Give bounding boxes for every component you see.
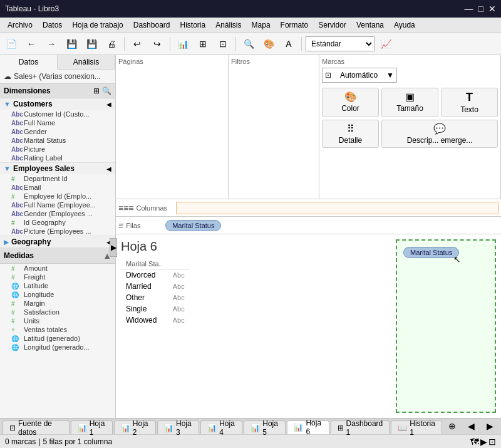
field-freight[interactable]: # Freight (0, 273, 115, 281)
menu-analisis[interactable]: Análisis (210, 19, 246, 31)
new-sheet-btn[interactable]: ⊕ (443, 418, 461, 434)
scroll-right-btn[interactable]: ▶ (481, 418, 498, 434)
search-icon[interactable]: 🔍 (102, 86, 111, 95)
detail-mark-btn[interactable]: ⠿ Detalle (322, 120, 379, 148)
map-icon[interactable]: 🗺 (470, 437, 479, 447)
data-tab[interactable]: Datos (0, 55, 58, 70)
menu-ventana[interactable]: Ventana (351, 19, 389, 31)
dimensiones-header[interactable]: Dimensiones ⊞ 🔍 (0, 84, 115, 98)
field-customerid[interactable]: Abc Customer Id (Custo... (0, 110, 115, 118)
redo-btn[interactable]: ↪ (148, 36, 166, 52)
field-latitud-gen[interactable]: 🌐 Latitud (generado) (0, 334, 115, 343)
table-btn[interactable]: ⊞ (194, 36, 212, 52)
marks-dropdown[interactable]: ⊡ Automático ▼ (322, 68, 397, 83)
field-ratinglabel[interactable]: Abc Rating Label (0, 154, 115, 162)
marital-status-pill[interactable]: Marital Status (165, 220, 221, 231)
fullscreen-icon[interactable]: ⊡ (488, 437, 496, 447)
field-ventas[interactable]: + Ventas totales (0, 325, 115, 334)
filter-btn[interactable]: ⊡ (214, 36, 232, 52)
customers-header[interactable]: ▼ Customers ◀ (0, 98, 115, 110)
chevron-down-icon: ▼ (386, 71, 394, 80)
menu-dashboard[interactable]: Dashboard (128, 19, 175, 31)
menu-ayuda[interactable]: Ayuda (389, 19, 420, 31)
back-btn[interactable]: ← (23, 36, 40, 52)
field-type-hash: # (11, 175, 24, 182)
print-btn[interactable]: 🖨 (103, 36, 120, 52)
undo-btn[interactable]: ↩ (128, 36, 146, 52)
field-type-hash: # (11, 300, 24, 307)
field-picture[interactable]: Abc Picture (0, 145, 115, 154)
row-value-single: Abc (168, 303, 190, 315)
view-select[interactable]: Estándar (306, 36, 374, 51)
hoja3-tab[interactable]: 📊 Hoja 3 (157, 420, 199, 434)
dashboard1-tab[interactable]: ⊞ Dashboard 1 (331, 420, 390, 434)
row-label-other: Other (121, 292, 168, 303)
hoja4-tab[interactable]: 📊 Hoja 4 (200, 420, 242, 434)
stats-btn[interactable]: 📈 (377, 36, 395, 52)
datasource-tab[interactable]: ⊡ Fuente de datos (3, 420, 70, 434)
color-mark-btn[interactable]: 🎨 Color (322, 88, 379, 117)
menu-hoja[interactable]: Hoja de trabajo (67, 19, 128, 31)
save2-btn[interactable]: 💾 (83, 36, 100, 52)
field-empgender[interactable]: Abc Gender (Employees ... (0, 209, 115, 218)
customers-expand[interactable]: ◀ (106, 101, 111, 108)
menu-historia[interactable]: Historia (175, 19, 210, 31)
menu-datos[interactable]: Datos (38, 19, 67, 31)
hoja5-tab[interactable]: 📊 Hoja 5 (244, 420, 286, 434)
field-fullname[interactable]: Abc Full Name (0, 118, 115, 127)
menu-formato[interactable]: Formato (276, 19, 314, 31)
save-btn[interactable]: 💾 (63, 36, 80, 52)
highlight-btn[interactable]: 🔍 (240, 36, 257, 52)
text-mark-btn[interactable]: T Texto (441, 88, 498, 117)
minimize-btn[interactable]: — (465, 4, 473, 14)
data-source[interactable]: ☁ Sales+ (Varias conexion... (0, 70, 115, 84)
size-mark-btn[interactable]: ▣ Tamaño (381, 88, 438, 117)
field-idgeo[interactable]: # Id Geography (0, 218, 115, 227)
menu-archivo[interactable]: Archivo (3, 19, 38, 31)
window-controls: — □ ✕ (465, 4, 496, 14)
field-longitud-gen[interactable]: 🌐 Longitud (generado... (0, 343, 115, 352)
field-type-hash: # (11, 318, 24, 325)
row-label-divorced: Divorced (121, 269, 168, 281)
historia1-tab[interactable]: 📖 Historia 1 (391, 420, 442, 434)
label-btn[interactable]: A (280, 36, 297, 52)
present-icon[interactable]: ▶ (480, 437, 487, 447)
field-longitude[interactable]: 🌐 Longitude (0, 290, 115, 299)
field-deptid[interactable]: # Department Id (0, 174, 115, 183)
geography-header[interactable]: ▶ Geography ◀ (0, 236, 115, 247)
drop-zone[interactable]: Marital Status ↖ (396, 239, 496, 413)
analysis-tab[interactable]: Análisis (58, 55, 115, 69)
drop-zone-pill[interactable]: Marital Status (403, 247, 459, 258)
field-amount[interactable]: # Amount (0, 264, 115, 273)
tooltip-mark-btn[interactable]: 💬 Descrip... emerge... (381, 120, 498, 148)
field-latitude[interactable]: 🌐 Latitude (0, 281, 115, 290)
row-value-other: Abc (168, 292, 190, 303)
field-empfullname[interactable]: Abc Full Name (Employee... (0, 201, 115, 209)
chart-btn[interactable]: 📊 (174, 36, 192, 52)
columns-drop-area[interactable] (176, 202, 498, 214)
hoja1-tab[interactable]: 📊 Hoja 1 (71, 420, 113, 434)
field-email[interactable]: Abc Email (0, 183, 115, 192)
field-gender[interactable]: Abc Gender (0, 127, 115, 136)
field-margin[interactable]: # Margin (0, 299, 115, 308)
forward-btn[interactable]: → (43, 36, 60, 52)
hoja6-tab[interactable]: 📊 Hoja 6 (287, 420, 329, 434)
field-maritalstatus[interactable]: Abc Marital Status (0, 136, 115, 145)
hoja2-tab[interactable]: 📊 Hoja 2 (114, 420, 156, 434)
field-satisfaction[interactable]: # Satisfaction (0, 308, 115, 316)
sep2 (170, 37, 170, 51)
new-btn[interactable]: 📄 (3, 36, 20, 52)
panel-expand-btn[interactable]: ▶ (110, 238, 116, 257)
menu-servidor[interactable]: Servidor (313, 19, 351, 31)
maximize-btn[interactable]: □ (478, 4, 483, 14)
grid-icon[interactable]: ⊞ (93, 86, 100, 95)
close-btn[interactable]: ✕ (488, 4, 496, 14)
employees-header[interactable]: ▼ Employees Sales ◀ (0, 163, 115, 174)
color-btn[interactable]: 🎨 (260, 36, 277, 52)
menu-mapa[interactable]: Mapa (247, 19, 276, 31)
field-units[interactable]: # Units (0, 316, 115, 325)
field-emppicture[interactable]: Abc Picture (Employees ... (0, 227, 115, 236)
scroll-left-btn[interactable]: ◀ (462, 418, 480, 434)
field-empid[interactable]: # Employee Id (Emplo... (0, 192, 115, 201)
employees-expand[interactable]: ◀ (106, 165, 111, 172)
